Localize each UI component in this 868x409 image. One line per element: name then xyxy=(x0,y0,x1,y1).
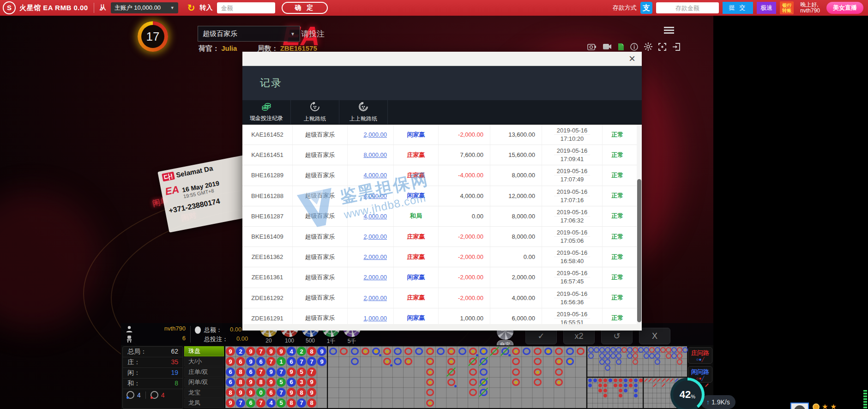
tab-previous-shoe-road[interactable]: 上上靴路纸 xyxy=(339,100,388,124)
menu-icon[interactable] xyxy=(664,27,674,34)
table-row: BHE161287超级百家乐4,000.00和局0.008,000.002019… xyxy=(242,206,642,227)
bet-amount-link[interactable]: 4,000.00 xyxy=(363,192,387,199)
cell-result: 闲家赢 xyxy=(394,267,439,287)
small-road-cell xyxy=(619,394,622,397)
bet-amount-link[interactable]: 2,000.00 xyxy=(363,274,387,281)
brand-balance: 火星馆 EA RMB 0.00 xyxy=(19,4,88,12)
player-count-label: 闲： xyxy=(127,369,140,377)
camera-icon[interactable] xyxy=(587,43,597,50)
cell-game-name: 超级百家乐 xyxy=(293,308,348,324)
pair-dot xyxy=(471,350,475,353)
bet-amount-link[interactable]: 4,000.00 xyxy=(363,213,387,220)
bet-amount-link[interactable]: 2,000.00 xyxy=(363,131,387,138)
road-menu-item-1[interactable]: 大/小 xyxy=(184,357,224,367)
pair-dot xyxy=(364,350,367,353)
cockroach-cell xyxy=(644,378,648,383)
road-menu-item-2[interactable]: 庄单/双 xyxy=(184,367,224,377)
site-logo-icon: S xyxy=(3,1,16,14)
road-menu-item-5[interactable]: 龙凤 xyxy=(184,398,224,409)
pair-dot xyxy=(428,350,432,353)
bet-amount-link[interactable]: 2,000.00 xyxy=(363,295,387,301)
bet-amount-link[interactable]: 2,000.00 xyxy=(363,233,387,240)
bead-cell: 9 xyxy=(277,347,286,356)
cell-time: 17:10:20 xyxy=(561,135,584,143)
bead-cell: 7 xyxy=(236,398,245,408)
scrollbar-thumb[interactable] xyxy=(637,179,641,322)
avatar[interactable] xyxy=(790,403,809,409)
cell-status: 正常 xyxy=(603,165,633,185)
bank-transfer-button[interactable]: 银行转账 xyxy=(780,1,794,14)
small-road-cell xyxy=(593,379,597,382)
deposit-submit-button[interactable]: 提 交 xyxy=(723,2,753,14)
big-eye-cell xyxy=(638,347,644,353)
round-id: ZBE161575 xyxy=(280,44,317,52)
tie-count-value: 8 xyxy=(175,379,178,388)
banker-pair-count: 4 xyxy=(161,391,165,399)
video-camera-icon[interactable] xyxy=(603,43,612,50)
cell-date: 2019-05-16 xyxy=(554,249,591,257)
bet-amount-link[interactable]: 4,000.00 xyxy=(363,172,387,179)
bead-cell: 7 xyxy=(297,398,306,408)
small-road-cell xyxy=(603,394,607,397)
big-eye-cell xyxy=(588,347,594,353)
bet-amount-link[interactable]: 1,000.00 xyxy=(363,315,387,322)
bet-amount-link[interactable]: 2,000.00 xyxy=(363,253,387,260)
big-road-cell xyxy=(532,346,543,356)
road-menu-item-0[interactable]: 珠盘 xyxy=(184,346,224,356)
close-icon[interactable]: × xyxy=(629,52,635,65)
cell-balance: 4,000.00 xyxy=(490,288,542,308)
big-eye-cell xyxy=(644,353,649,359)
report-file-icon[interactable] xyxy=(618,43,624,51)
deposit-amount-input[interactable] xyxy=(656,2,719,13)
cancel-bet-button[interactable]: X xyxy=(639,328,670,344)
big-eye-cell xyxy=(627,347,633,353)
refresh-icon[interactable]: ↻ xyxy=(187,2,195,13)
small-road-cell xyxy=(624,389,627,392)
cell-win-loss: 7,600.00 xyxy=(439,145,490,165)
confirm-transfer-button[interactable]: 确 定 xyxy=(282,2,328,14)
settings-gear-icon[interactable] xyxy=(644,42,652,51)
road-menu-item-3[interactable]: 闲单/双 xyxy=(184,378,224,388)
fullscreen-icon[interactable] xyxy=(658,43,666,51)
transfer-amount-input[interactable] xyxy=(217,2,275,13)
big-eye-cell xyxy=(633,353,638,359)
coin-icon xyxy=(813,403,820,409)
cell-date: 2019-05-16 xyxy=(554,188,591,196)
table-scrollbar[interactable] xyxy=(637,125,642,324)
pair-dot xyxy=(568,360,572,363)
tab-current-shoe-road[interactable]: 上靴路纸 xyxy=(291,100,339,124)
bet-amount-link[interactable]: 8,000.00 xyxy=(363,151,387,158)
account-select[interactable]: 主账户 10,000.00 ▼ xyxy=(111,2,178,13)
cell-game-name: 超级百家乐 xyxy=(293,125,348,144)
bead-cell: 9 xyxy=(246,378,255,387)
player-pair-dot xyxy=(476,354,478,356)
big-eye-cell xyxy=(599,347,605,353)
info-icon[interactable] xyxy=(630,43,638,51)
big-road-cell xyxy=(457,346,468,356)
ask-banker-button[interactable]: 庄问路 ○●╱ xyxy=(688,347,712,364)
modal-header: 记录 xyxy=(242,66,642,100)
bead-cell: 6 xyxy=(226,367,235,377)
gauge-unit: % xyxy=(691,394,695,399)
big-road-cell xyxy=(435,346,446,356)
small-road-cell xyxy=(598,384,602,387)
divider xyxy=(94,3,94,13)
cockroach-cell xyxy=(661,383,665,388)
tab-cash-bet-records[interactable]: 现金投注纪录 xyxy=(242,100,291,124)
big-road-cell xyxy=(468,346,478,356)
cell-balance: 8,000.00 xyxy=(490,227,542,247)
alipay-icon[interactable]: 支 xyxy=(640,2,652,14)
big-road-cell xyxy=(371,346,381,356)
road-menu-item-4[interactable]: 龙宝 xyxy=(184,388,224,398)
account-selected: 主账户 10,000.00 xyxy=(115,4,161,12)
cell-timestamp: 2019-05-1617:07:49 xyxy=(542,165,603,185)
game-select-dropdown[interactable]: 超级百家乐 ▼ xyxy=(198,26,300,42)
big-road-cell xyxy=(511,346,521,356)
small-road-cell xyxy=(614,379,617,382)
live-show-button[interactable]: 美女直播 xyxy=(826,2,863,14)
fast-deposit-button[interactable]: 极速 xyxy=(757,2,776,14)
exit-icon[interactable] xyxy=(672,43,681,51)
big-eye-cell xyxy=(599,359,605,365)
cell-bet-amount: 1,000.00 xyxy=(348,308,394,324)
cockroach-cell xyxy=(705,383,709,388)
